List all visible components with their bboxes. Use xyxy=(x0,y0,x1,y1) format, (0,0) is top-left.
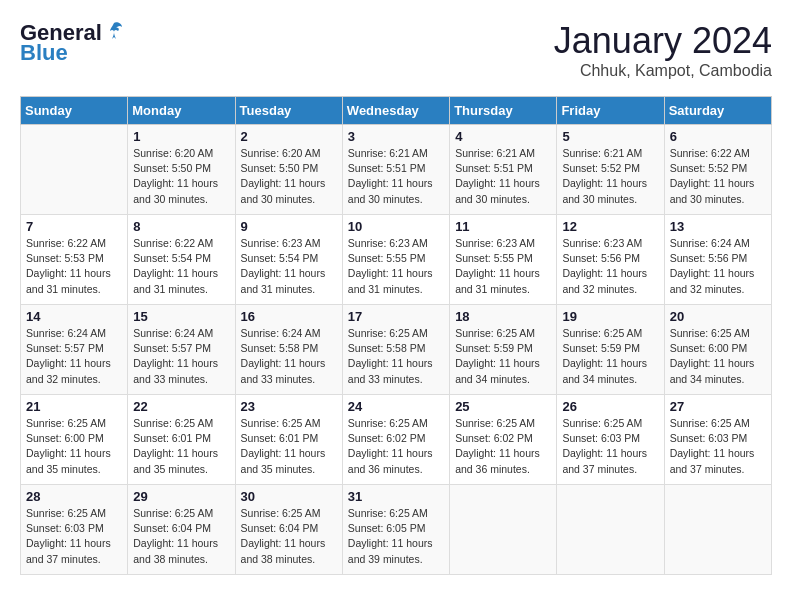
day-number: 18 xyxy=(455,309,551,324)
day-cell: 6Sunrise: 6:22 AM Sunset: 5:52 PM Daylig… xyxy=(664,125,771,215)
day-detail: Sunrise: 6:23 AM Sunset: 5:55 PM Dayligh… xyxy=(348,236,444,297)
day-number: 15 xyxy=(133,309,229,324)
day-number: 28 xyxy=(26,489,122,504)
day-number: 17 xyxy=(348,309,444,324)
day-detail: Sunrise: 6:23 AM Sunset: 5:56 PM Dayligh… xyxy=(562,236,658,297)
day-cell: 28Sunrise: 6:25 AM Sunset: 6:03 PM Dayli… xyxy=(21,485,128,575)
day-detail: Sunrise: 6:25 AM Sunset: 6:04 PM Dayligh… xyxy=(241,506,337,567)
day-detail: Sunrise: 6:23 AM Sunset: 5:55 PM Dayligh… xyxy=(455,236,551,297)
day-number: 6 xyxy=(670,129,766,144)
day-number: 11 xyxy=(455,219,551,234)
day-number: 23 xyxy=(241,399,337,414)
day-number: 13 xyxy=(670,219,766,234)
day-detail: Sunrise: 6:25 AM Sunset: 6:05 PM Dayligh… xyxy=(348,506,444,567)
day-number: 19 xyxy=(562,309,658,324)
day-detail: Sunrise: 6:23 AM Sunset: 5:54 PM Dayligh… xyxy=(241,236,337,297)
day-number: 1 xyxy=(133,129,229,144)
day-detail: Sunrise: 6:25 AM Sunset: 6:01 PM Dayligh… xyxy=(241,416,337,477)
location-subtitle: Chhuk, Kampot, Cambodia xyxy=(554,62,772,80)
day-cell: 11Sunrise: 6:23 AM Sunset: 5:55 PM Dayli… xyxy=(450,215,557,305)
day-number: 24 xyxy=(348,399,444,414)
day-number: 4 xyxy=(455,129,551,144)
day-detail: Sunrise: 6:21 AM Sunset: 5:51 PM Dayligh… xyxy=(455,146,551,207)
day-number: 27 xyxy=(670,399,766,414)
day-detail: Sunrise: 6:22 AM Sunset: 5:54 PM Dayligh… xyxy=(133,236,229,297)
day-cell: 9Sunrise: 6:23 AM Sunset: 5:54 PM Daylig… xyxy=(235,215,342,305)
day-detail: Sunrise: 6:25 AM Sunset: 6:03 PM Dayligh… xyxy=(562,416,658,477)
day-number: 20 xyxy=(670,309,766,324)
day-number: 2 xyxy=(241,129,337,144)
week-row-3: 14Sunrise: 6:24 AM Sunset: 5:57 PM Dayli… xyxy=(21,305,772,395)
day-cell xyxy=(664,485,771,575)
day-number: 3 xyxy=(348,129,444,144)
day-detail: Sunrise: 6:25 AM Sunset: 5:59 PM Dayligh… xyxy=(455,326,551,387)
day-cell: 23Sunrise: 6:25 AM Sunset: 6:01 PM Dayli… xyxy=(235,395,342,485)
day-cell xyxy=(21,125,128,215)
header-saturday: Saturday xyxy=(664,97,771,125)
day-cell: 7Sunrise: 6:22 AM Sunset: 5:53 PM Daylig… xyxy=(21,215,128,305)
day-detail: Sunrise: 6:25 AM Sunset: 6:02 PM Dayligh… xyxy=(455,416,551,477)
day-cell: 20Sunrise: 6:25 AM Sunset: 6:00 PM Dayli… xyxy=(664,305,771,395)
day-cell: 22Sunrise: 6:25 AM Sunset: 6:01 PM Dayli… xyxy=(128,395,235,485)
day-number: 26 xyxy=(562,399,658,414)
day-detail: Sunrise: 6:24 AM Sunset: 5:56 PM Dayligh… xyxy=(670,236,766,297)
day-detail: Sunrise: 6:24 AM Sunset: 5:58 PM Dayligh… xyxy=(241,326,337,387)
day-detail: Sunrise: 6:25 AM Sunset: 6:03 PM Dayligh… xyxy=(670,416,766,477)
day-cell: 15Sunrise: 6:24 AM Sunset: 5:57 PM Dayli… xyxy=(128,305,235,395)
day-number: 22 xyxy=(133,399,229,414)
day-detail: Sunrise: 6:22 AM Sunset: 5:52 PM Dayligh… xyxy=(670,146,766,207)
day-cell: 17Sunrise: 6:25 AM Sunset: 5:58 PM Dayli… xyxy=(342,305,449,395)
day-number: 9 xyxy=(241,219,337,234)
day-detail: Sunrise: 6:25 AM Sunset: 6:00 PM Dayligh… xyxy=(670,326,766,387)
title-block: January 2024 Chhuk, Kampot, Cambodia xyxy=(554,20,772,80)
day-detail: Sunrise: 6:25 AM Sunset: 6:02 PM Dayligh… xyxy=(348,416,444,477)
day-detail: Sunrise: 6:25 AM Sunset: 6:00 PM Dayligh… xyxy=(26,416,122,477)
day-cell: 12Sunrise: 6:23 AM Sunset: 5:56 PM Dayli… xyxy=(557,215,664,305)
day-cell: 1Sunrise: 6:20 AM Sunset: 5:50 PM Daylig… xyxy=(128,125,235,215)
day-cell: 18Sunrise: 6:25 AM Sunset: 5:59 PM Dayli… xyxy=(450,305,557,395)
day-detail: Sunrise: 6:25 AM Sunset: 5:58 PM Dayligh… xyxy=(348,326,444,387)
week-row-5: 28Sunrise: 6:25 AM Sunset: 6:03 PM Dayli… xyxy=(21,485,772,575)
day-cell: 24Sunrise: 6:25 AM Sunset: 6:02 PM Dayli… xyxy=(342,395,449,485)
day-detail: Sunrise: 6:25 AM Sunset: 6:04 PM Dayligh… xyxy=(133,506,229,567)
page-header: General Blue January 2024 Chhuk, Kampot,… xyxy=(20,20,772,80)
header-monday: Monday xyxy=(128,97,235,125)
day-cell: 8Sunrise: 6:22 AM Sunset: 5:54 PM Daylig… xyxy=(128,215,235,305)
day-cell: 13Sunrise: 6:24 AM Sunset: 5:56 PM Dayli… xyxy=(664,215,771,305)
day-number: 10 xyxy=(348,219,444,234)
day-detail: Sunrise: 6:22 AM Sunset: 5:53 PM Dayligh… xyxy=(26,236,122,297)
header-row: SundayMondayTuesdayWednesdayThursdayFrid… xyxy=(21,97,772,125)
day-cell: 5Sunrise: 6:21 AM Sunset: 5:52 PM Daylig… xyxy=(557,125,664,215)
day-detail: Sunrise: 6:24 AM Sunset: 5:57 PM Dayligh… xyxy=(26,326,122,387)
day-number: 30 xyxy=(241,489,337,504)
week-row-2: 7Sunrise: 6:22 AM Sunset: 5:53 PM Daylig… xyxy=(21,215,772,305)
calendar-table: SundayMondayTuesdayWednesdayThursdayFrid… xyxy=(20,96,772,575)
day-detail: Sunrise: 6:20 AM Sunset: 5:50 PM Dayligh… xyxy=(241,146,337,207)
day-cell: 10Sunrise: 6:23 AM Sunset: 5:55 PM Dayli… xyxy=(342,215,449,305)
day-cell: 4Sunrise: 6:21 AM Sunset: 5:51 PM Daylig… xyxy=(450,125,557,215)
day-cell: 21Sunrise: 6:25 AM Sunset: 6:00 PM Dayli… xyxy=(21,395,128,485)
day-cell: 16Sunrise: 6:24 AM Sunset: 5:58 PM Dayli… xyxy=(235,305,342,395)
logo-blue: Blue xyxy=(20,40,68,66)
day-cell: 29Sunrise: 6:25 AM Sunset: 6:04 PM Dayli… xyxy=(128,485,235,575)
day-cell: 19Sunrise: 6:25 AM Sunset: 5:59 PM Dayli… xyxy=(557,305,664,395)
day-number: 16 xyxy=(241,309,337,324)
day-number: 7 xyxy=(26,219,122,234)
day-number: 8 xyxy=(133,219,229,234)
day-number: 12 xyxy=(562,219,658,234)
day-detail: Sunrise: 6:25 AM Sunset: 6:01 PM Dayligh… xyxy=(133,416,229,477)
week-row-4: 21Sunrise: 6:25 AM Sunset: 6:00 PM Dayli… xyxy=(21,395,772,485)
month-title: January 2024 xyxy=(554,20,772,62)
day-detail: Sunrise: 6:24 AM Sunset: 5:57 PM Dayligh… xyxy=(133,326,229,387)
day-cell: 14Sunrise: 6:24 AM Sunset: 5:57 PM Dayli… xyxy=(21,305,128,395)
day-number: 25 xyxy=(455,399,551,414)
day-number: 14 xyxy=(26,309,122,324)
day-cell: 26Sunrise: 6:25 AM Sunset: 6:03 PM Dayli… xyxy=(557,395,664,485)
day-detail: Sunrise: 6:25 AM Sunset: 6:03 PM Dayligh… xyxy=(26,506,122,567)
day-cell: 31Sunrise: 6:25 AM Sunset: 6:05 PM Dayli… xyxy=(342,485,449,575)
day-cell: 3Sunrise: 6:21 AM Sunset: 5:51 PM Daylig… xyxy=(342,125,449,215)
header-tuesday: Tuesday xyxy=(235,97,342,125)
day-cell: 27Sunrise: 6:25 AM Sunset: 6:03 PM Dayli… xyxy=(664,395,771,485)
day-detail: Sunrise: 6:25 AM Sunset: 5:59 PM Dayligh… xyxy=(562,326,658,387)
day-detail: Sunrise: 6:20 AM Sunset: 5:50 PM Dayligh… xyxy=(133,146,229,207)
